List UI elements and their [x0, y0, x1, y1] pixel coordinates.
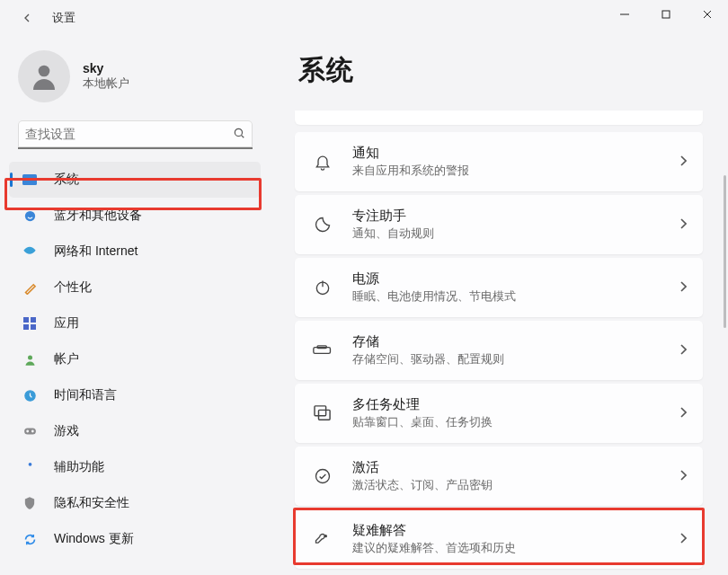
profile-block[interactable]: sky 本地帐户 — [9, 49, 261, 117]
svg-point-26 — [324, 535, 326, 537]
nav-label: 辅助功能 — [54, 459, 104, 475]
svg-point-25 — [316, 470, 330, 483]
settings-item-sub: 通知、自动规则 — [352, 226, 672, 242]
nav-label: 应用 — [54, 315, 79, 332]
profile-subtitle: 本地帐户 — [83, 75, 129, 92]
settings-item-sub: 建议的疑难解答、首选项和历史 — [352, 541, 672, 556]
nav-icon-9 — [22, 495, 38, 511]
svg-rect-24 — [319, 410, 331, 420]
settings-item-sub: 存储空间、驱动器、配置规则 — [352, 352, 672, 367]
settings-item-icon — [307, 461, 338, 491]
search-wrap — [18, 120, 253, 149]
svg-rect-11 — [23, 324, 29, 330]
nav-icon-4 — [22, 315, 38, 332]
search-input[interactable] — [18, 120, 253, 149]
settings-item-icon — [307, 146, 338, 177]
chevron-right-icon — [679, 155, 687, 169]
nav-icon-6 — [22, 387, 38, 403]
chevron-right-icon — [679, 470, 687, 483]
settings-item-title: 专注助手 — [352, 208, 672, 225]
profile-name: sky — [83, 61, 129, 75]
settings-item-6[interactable]: 疑难解答 建议的疑难解答、首选项和历史 — [295, 509, 703, 569]
back-button[interactable] — [11, 2, 43, 34]
settings-list: 通知 来自应用和系统的警报 专注助手 通知、自动规则 电源 睡眠、电池使用情况、… — [295, 111, 703, 569]
settings-item-icon — [307, 398, 338, 429]
svg-point-17 — [31, 430, 33, 433]
nav-label: 游戏 — [54, 423, 79, 439]
svg-point-16 — [26, 430, 29, 433]
svg-rect-7 — [22, 174, 37, 185]
nav-list: 系统蓝牙和其他设备网络和 Internet个性化应用帐户时间和语言游戏辅助功能隐… — [9, 162, 261, 557]
svg-point-13 — [28, 355, 32, 359]
nav-item-3[interactable]: 个性化 — [9, 270, 261, 305]
page-title: 系统 — [298, 52, 703, 89]
sidebar: sky 本地帐户 系统蓝牙和其他设备网络和 Internet个性化应用帐户时间和… — [0, 36, 270, 575]
chevron-right-icon — [679, 218, 687, 232]
svg-rect-10 — [31, 317, 36, 323]
svg-rect-15 — [24, 428, 36, 434]
settings-item-sub: 来自应用和系统的警报 — [352, 164, 672, 179]
svg-point-4 — [39, 66, 50, 77]
nav-item-7[interactable]: 游戏 — [9, 413, 261, 449]
minimize-button[interactable] — [604, 0, 645, 29]
settings-item-5[interactable]: 激活 激活状态、订阅、产品密钥 — [295, 447, 703, 506]
settings-item-title: 多任务处理 — [352, 396, 672, 413]
svg-point-18 — [28, 462, 31, 465]
nav-label: 帐户 — [54, 351, 79, 367]
chevron-right-icon — [679, 407, 687, 420]
titlebar: 设置 — [0, 0, 728, 36]
nav-item-0[interactable]: 系统 — [9, 162, 261, 198]
settings-item-icon — [307, 209, 338, 240]
settings-item-icon — [307, 524, 338, 554]
nav-item-5[interactable]: 帐户 — [9, 341, 261, 377]
nav-item-10[interactable]: Windows 更新 — [9, 521, 261, 557]
nav-icon-2 — [22, 243, 38, 260]
settings-item-sub: 睡眠、电池使用情况、节电模式 — [352, 289, 672, 305]
nav-item-1[interactable]: 蓝牙和其他设备 — [9, 198, 261, 234]
settings-item-icon — [307, 335, 338, 366]
chevron-right-icon — [679, 344, 687, 358]
svg-rect-1 — [662, 11, 670, 18]
nav-icon-10 — [22, 531, 38, 547]
nav-item-4[interactable]: 应用 — [9, 305, 261, 341]
nav-icon-0 — [22, 172, 38, 188]
nav-icon-5 — [22, 351, 38, 367]
nav-icon-3 — [22, 279, 38, 296]
nav-item-8[interactable]: 辅助功能 — [9, 449, 261, 485]
nav-label: 时间和语言 — [54, 387, 117, 403]
svg-rect-9 — [23, 317, 29, 323]
nav-item-6[interactable]: 时间和语言 — [9, 377, 261, 413]
maximize-button[interactable] — [645, 0, 687, 29]
svg-point-8 — [24, 210, 34, 220]
settings-item-3[interactable]: 存储 存储空间、驱动器、配置规则 — [295, 321, 703, 380]
nav-icon-7 — [22, 423, 38, 439]
window-controls — [604, 0, 728, 29]
main-content: 系统 通知 来自应用和系统的警报 专注助手 通知、自动规则 电源 睡眠、电池使用… — [270, 36, 728, 575]
settings-item-title: 存储 — [352, 333, 672, 350]
nav-item-9[interactable]: 隐私和安全性 — [9, 485, 261, 521]
settings-item-4[interactable]: 多任务处理 贴靠窗口、桌面、任务切换 — [295, 384, 703, 443]
settings-item-sub: 贴靠窗口、桌面、任务切换 — [352, 415, 672, 430]
scrollbar[interactable] — [724, 175, 726, 328]
nav-item-2[interactable]: 网络和 Internet — [9, 234, 261, 270]
nav-icon-8 — [22, 459, 38, 475]
nav-label: Windows 更新 — [54, 531, 134, 547]
nav-label: 系统 — [54, 172, 79, 188]
chevron-right-icon — [679, 533, 687, 546]
settings-item-title: 通知 — [352, 145, 672, 162]
close-button[interactable] — [687, 0, 728, 29]
settings-item-2[interactable]: 电源 睡眠、电池使用情况、节电模式 — [295, 258, 703, 317]
nav-label: 网络和 Internet — [54, 243, 138, 260]
settings-item-0[interactable]: 通知 来自应用和系统的警报 — [295, 132, 703, 191]
svg-rect-12 — [31, 324, 36, 330]
window-title: 设置 — [52, 11, 75, 26]
nav-icon-1 — [22, 208, 38, 224]
svg-line-6 — [242, 136, 244, 138]
settings-item-1[interactable]: 专注助手 通知、自动规则 — [295, 195, 703, 254]
avatar — [18, 50, 70, 102]
settings-item-icon — [307, 272, 338, 303]
nav-label: 个性化 — [54, 279, 92, 296]
svg-rect-23 — [315, 406, 326, 416]
search-icon — [233, 127, 245, 143]
nav-label: 隐私和安全性 — [54, 495, 129, 511]
